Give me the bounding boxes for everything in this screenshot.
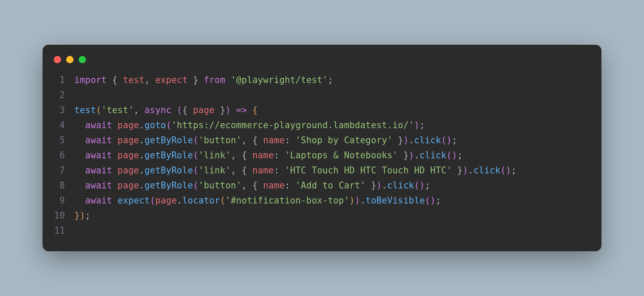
code-line: 4 await page.goto('https://ecommerce-pla…	[54, 118, 590, 133]
minimize-icon[interactable]	[66, 56, 74, 63]
line-content: await page.getByRole('link', { name: 'HT…	[74, 163, 517, 178]
code-line: 11	[54, 223, 590, 238]
line-content: await expect(page.locator('#notification…	[74, 193, 441, 208]
close-icon[interactable]	[54, 56, 61, 63]
line-content: await page.getByRole('button', { name: '…	[74, 178, 430, 193]
line-number: 2	[54, 88, 74, 103]
line-number: 4	[54, 118, 74, 133]
line-number: 1	[54, 73, 74, 88]
code-line: 2	[54, 88, 590, 103]
line-number: 6	[54, 148, 74, 163]
line-content: });	[74, 208, 91, 223]
code-line: 3 test('test', async ({ page }) => {	[54, 103, 590, 118]
code-window: 1 import { test, expect } from '@playwri…	[43, 45, 601, 251]
line-number: 8	[54, 178, 74, 193]
line-content: await page.getByRole('link', { name: 'La…	[74, 148, 463, 163]
line-number: 11	[54, 223, 74, 238]
window-titlebar	[43, 53, 601, 73]
code-line: 5 await page.getByRole('button', { name:…	[54, 133, 590, 148]
maximize-icon[interactable]	[79, 56, 86, 63]
code-editor: 1 import { test, expect } from '@playwri…	[43, 73, 601, 238]
code-line: 8 await page.getByRole('button', { name:…	[54, 178, 590, 193]
code-line: 1 import { test, expect } from '@playwri…	[54, 73, 590, 88]
line-content: await page.goto('https://ecommerce-playg…	[74, 118, 425, 133]
code-line: 10 });	[54, 208, 590, 223]
line-content: import { test, expect } from '@playwrigh…	[74, 73, 333, 88]
code-line: 9 await expect(page.locator('#notificati…	[54, 193, 590, 208]
line-number: 9	[54, 193, 74, 208]
code-line: 7 await page.getByRole('link', { name: '…	[54, 163, 590, 178]
line-content: test('test', async ({ page }) => {	[74, 103, 258, 118]
line-number: 3	[54, 103, 74, 118]
line-content: await page.getByRole('button', { name: '…	[74, 133, 457, 148]
line-number: 7	[54, 163, 74, 178]
line-number: 5	[54, 133, 74, 148]
line-number: 10	[54, 208, 74, 223]
code-line: 6 await page.getByRole('link', { name: '…	[54, 148, 590, 163]
